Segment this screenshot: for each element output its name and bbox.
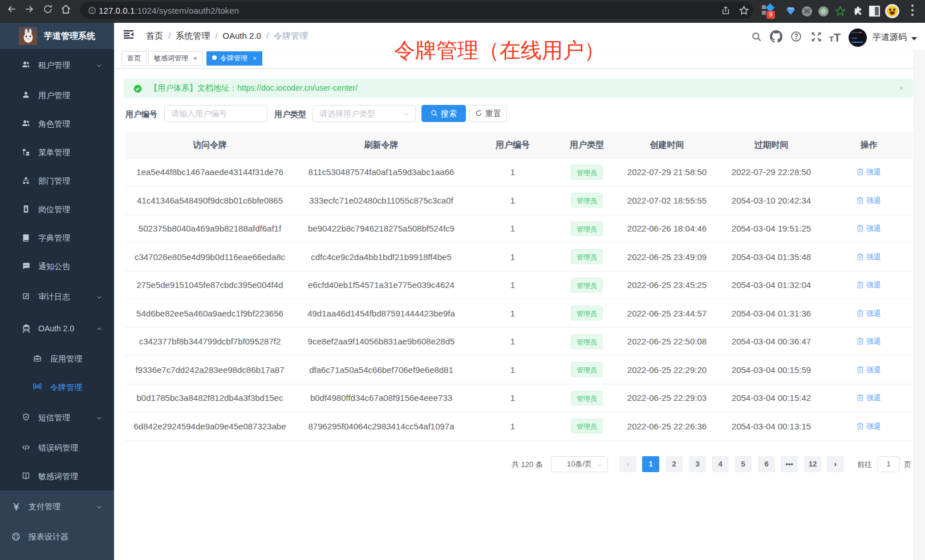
svg-text:a: a [36,383,39,389]
